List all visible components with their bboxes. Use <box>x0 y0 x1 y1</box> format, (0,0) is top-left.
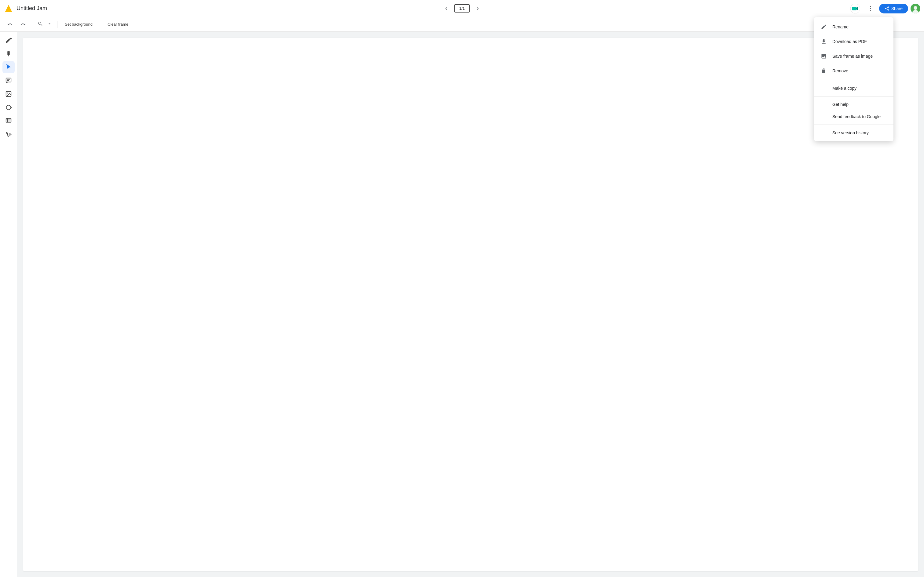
svg-point-8 <box>870 10 871 11</box>
menu-item-rename[interactable]: Rename <box>814 19 893 34</box>
rename-label: Rename <box>832 24 848 29</box>
svg-rect-15 <box>8 55 9 56</box>
marker-tool-button[interactable] <box>2 48 15 60</box>
app-title: Untitled Jam <box>16 5 47 11</box>
share-label: Share <box>891 6 903 11</box>
svg-rect-2 <box>7 8 10 12</box>
laser-pointer-button[interactable] <box>2 128 15 140</box>
download-pdf-label: Download as PDF <box>832 39 867 44</box>
svg-line-32 <box>9 135 11 136</box>
image-tool-button[interactable] <box>2 88 15 100</box>
context-menu: Rename Download as PDF Save frame as ima… <box>814 17 893 141</box>
menu-item-remove[interactable]: Remove <box>814 63 893 78</box>
toolbar: Set background Clear frame <box>0 17 924 32</box>
select-tool-button[interactable] <box>2 61 15 73</box>
svg-point-22 <box>7 92 8 93</box>
svg-rect-28 <box>8 119 11 122</box>
main-layout <box>0 32 924 577</box>
meet-button[interactable] <box>848 2 862 15</box>
trash-icon <box>820 67 827 74</box>
save-frame-label: Save frame as image <box>832 54 873 59</box>
menu-item-save-frame[interactable]: Save frame as image <box>814 49 893 63</box>
menu-item-send-feedback[interactable]: Send feedback to Google <box>814 111 893 123</box>
zoom-button[interactable] <box>36 19 45 30</box>
frame-tool-button[interactable] <box>2 115 15 127</box>
menu-item-get-help[interactable]: Get help <box>814 98 893 111</box>
download-icon <box>820 38 827 45</box>
get-help-label: Get help <box>832 102 848 107</box>
svg-rect-4 <box>852 7 856 10</box>
image-icon <box>820 53 827 60</box>
canvas-frame <box>23 38 918 571</box>
avatar[interactable] <box>911 4 920 13</box>
app-logo <box>4 4 13 13</box>
svg-rect-17 <box>6 78 11 82</box>
toolbar-separator-1 <box>32 21 32 28</box>
send-feedback-label: Send feedback to Google <box>832 114 880 119</box>
svg-point-23 <box>6 105 11 110</box>
svg-point-7 <box>870 8 871 9</box>
svg-line-30 <box>9 133 11 134</box>
menu-item-version-history[interactable]: See version history <box>814 127 893 139</box>
next-frame-button[interactable] <box>472 3 483 14</box>
header-center: 1/1 <box>441 3 483 14</box>
set-background-button[interactable]: Set background <box>61 20 96 28</box>
svg-rect-16 <box>7 51 10 53</box>
left-sidebar <box>0 32 17 577</box>
svg-point-10 <box>914 6 917 10</box>
svg-line-29 <box>8 136 8 137</box>
menu-separator-3 <box>814 124 893 125</box>
remove-label: Remove <box>832 68 848 73</box>
share-button[interactable]: Share <box>879 4 908 13</box>
pen-tool-button[interactable] <box>2 34 15 47</box>
canvas-area[interactable] <box>17 32 924 577</box>
shape-tool-button[interactable] <box>2 102 15 114</box>
header-right: Share <box>848 2 920 15</box>
menu-item-download-pdf[interactable]: Download as PDF <box>814 34 893 49</box>
zoom-dropdown-button[interactable] <box>45 20 53 29</box>
svg-point-6 <box>870 6 871 7</box>
pencil-icon <box>820 23 827 31</box>
header-left: Untitled Jam <box>4 4 848 13</box>
undo-button[interactable] <box>5 20 15 29</box>
menu-separator-2 <box>814 96 893 97</box>
more-options-button[interactable] <box>864 2 877 15</box>
text-tool-button[interactable] <box>2 74 15 87</box>
clear-frame-button[interactable]: Clear frame <box>104 20 132 28</box>
menu-item-make-copy[interactable]: Make a copy <box>814 82 893 94</box>
redo-button[interactable] <box>18 20 28 29</box>
frame-indicator: 1/1 <box>454 4 470 13</box>
make-copy-label: Make a copy <box>832 86 856 91</box>
prev-frame-button[interactable] <box>441 3 452 14</box>
version-history-label: See version history <box>832 131 869 135</box>
header: Untitled Jam 1/1 Share <box>0 0 924 17</box>
zoom-group <box>36 19 53 30</box>
